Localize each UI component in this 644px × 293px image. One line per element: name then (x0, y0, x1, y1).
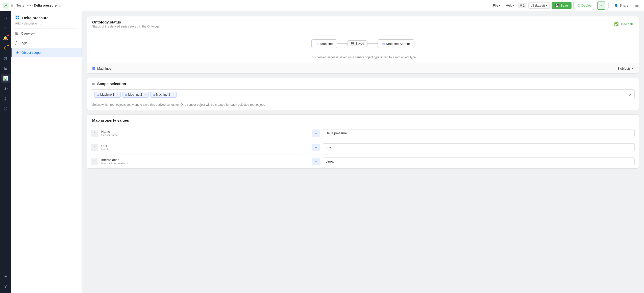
notification-badge (7, 34, 9, 36)
sidebar-item-analytics[interactable]: 📊 (1, 74, 10, 83)
flow-saved-badge: 💾 Saved (347, 40, 367, 47)
map-row-interpolation-arrow: → (312, 158, 320, 165)
nav-label-object-scope: Object scope (21, 51, 41, 55)
machines-label: Machines (97, 67, 111, 70)
save-label: Save (560, 4, 568, 7)
map-row-name-arrow: → (312, 129, 320, 137)
info-icon-interpolation[interactable]: ℹ (127, 162, 128, 165)
save-button[interactable]: 💾 Save (552, 2, 572, 9)
map-property-card: Map property values " Name Sensor name ℹ… (87, 114, 639, 169)
sidebar-item-discover[interactable]: ◎ (1, 94, 10, 103)
quote-icon-name: " (94, 132, 95, 135)
machine-node-label: Machine (320, 42, 333, 46)
deploy-button[interactable]: ⬡ Deploy (574, 2, 595, 9)
nav-item-logic[interactable]: ⨍ Logic (11, 38, 82, 48)
name-input[interactable] (323, 129, 635, 137)
left-panel-description[interactable]: Add a description... (11, 21, 82, 28)
left-panel-title-text: Delta pressure (22, 16, 48, 20)
sidebar-item-help[interactable]: ? (1, 282, 10, 291)
sidebar-item-pipeline[interactable]: ≫ (1, 84, 10, 93)
svg-rect-0 (16, 16, 17, 17)
user-icon: 👤 (614, 4, 618, 7)
scope-tag-machine2: ⊞ Machine 2 ✕ (122, 92, 148, 98)
discover-icon: ◎ (4, 96, 7, 101)
sidebar-item-search[interactable]: ⌕ (1, 23, 10, 32)
package-icon: ⬡ (4, 106, 7, 111)
pipeline-icon: ≫ (4, 86, 8, 91)
map-row-name-value (323, 129, 635, 137)
info-icon-name[interactable]: ℹ (118, 134, 119, 137)
arrow-icon-unit: → (314, 145, 318, 149)
map-row-interpolation-icon: " (91, 158, 98, 165)
breadcrumb-tests[interactable]: Tests (16, 4, 24, 7)
map-row-name-sub: Sensor name ℹ (101, 134, 309, 137)
breadcrumb-more[interactable]: ••• (27, 4, 31, 7)
deploy-label: Deploy (581, 4, 591, 7)
info-icon-unit[interactable]: ℹ (107, 148, 108, 151)
flow-line-left (337, 43, 347, 44)
machines-row[interactable]: ⊞ Machines 3 objects ▾ (87, 63, 639, 73)
ontology-header: Ontology status Status of the derived se… (87, 16, 639, 32)
map-row-unit-arrow: → (312, 144, 320, 151)
status-check-icon: ✅ (614, 22, 618, 26)
scope-tag-machine1: ⊞ Machine 1 ✕ (94, 92, 121, 98)
file-menu[interactable]: File ▾ (491, 3, 502, 8)
favorite-icon[interactable]: ☆ (59, 4, 62, 8)
version-dropdown[interactable]: v3 (latest) ▾ (528, 2, 550, 9)
quote-icon-interp: " (94, 160, 95, 163)
help-chevron: ▾ (513, 4, 514, 7)
flow-diagram: ⊞ Machine 💾 Saved ⊞ Machine Sensor (87, 32, 639, 56)
machines-count: 3 objects (617, 67, 631, 70)
sidebar-item-notifications[interactable]: 🔔 (1, 33, 10, 42)
activity-icon: ⬡ (4, 46, 7, 50)
version-chevron: ▾ (546, 4, 547, 7)
file-chevron: ▾ (499, 4, 500, 7)
flow-machine-node[interactable]: ⊞ Machine (311, 39, 337, 48)
help-menu[interactable]: Help ▾ (504, 3, 517, 8)
scope-title: Scope selection (97, 82, 126, 86)
sidebar-item-layers[interactable]: ⊟ (1, 64, 10, 73)
topbar-left: ⊞ › Tests › ••• › Delta pressure ☆ File … (3, 3, 526, 9)
tag-icon-1: ⊞ (97, 93, 99, 96)
sidebar-item-history[interactable]: ◷ (1, 54, 10, 63)
sidebar-item-integrations[interactable]: ✦ (1, 272, 10, 281)
sidebar-item-home[interactable]: ⌂ (1, 13, 10, 22)
map-row-name-label: Name Sensor name ℹ (101, 130, 309, 137)
saved-label: Saved (356, 42, 364, 45)
tag-close-3[interactable]: ✕ (172, 93, 174, 96)
tag-label-2: Machine 2 (128, 93, 142, 96)
scope-clear-button[interactable]: ✕ (629, 93, 632, 97)
breadcrumb: ⊞ › Tests › ••• › Delta pressure ☆ (11, 4, 62, 8)
scope-tag-machine3: ⊞ Machine 3 ✕ (150, 92, 177, 98)
app-icon (3, 3, 9, 9)
unit-input[interactable] (323, 143, 635, 151)
map-row-unit-label: Unit Unit ℹ (101, 144, 309, 151)
breadcrumb-sep2: › (25, 4, 26, 7)
object-scope-icon: ◈ (16, 50, 19, 55)
ontology-title: Ontology status (92, 20, 159, 24)
share-button[interactable]: 👤 Share (612, 2, 631, 9)
map-row-interpolation-label: Interpolation Internal interpolation ℹ (101, 158, 309, 165)
num-badge[interactable]: ⊞ 1 (518, 3, 526, 8)
map-row-unit-title: Unit (101, 144, 309, 148)
sidebar-item-package[interactable]: ⬡ (1, 104, 10, 113)
scope-tags-container[interactable]: ⊞ Machine 1 ✕ ⊞ Machine 2 ✕ ⊞ Machine 3 … (91, 89, 635, 100)
machines-right[interactable]: 3 objects ▾ (617, 67, 634, 70)
deploy-icon: ⬡ (577, 4, 580, 7)
overview-icon: ⊞ (15, 31, 18, 36)
nav-item-overview[interactable]: ⊞ Overview (11, 29, 82, 38)
sidebar-item-activity[interactable]: ⬡ (1, 43, 10, 52)
check-button[interactable]: ✓ (597, 2, 605, 10)
logic-icon: ⨍ (15, 41, 17, 45)
tag-close-2[interactable]: ✕ (144, 93, 146, 96)
interpolation-input[interactable] (323, 157, 635, 165)
nav-item-object-scope[interactable]: ◈ Object scope (11, 48, 82, 57)
map-row-name: " Name Sensor name ℹ → (87, 126, 639, 140)
menu-lines-button[interactable]: ☰ (633, 2, 641, 10)
breadcrumb-root-icon: ⊞ (11, 4, 13, 7)
flow-sensor-node[interactable]: ⊞ Machine Sensor (378, 39, 414, 48)
nav-label-logic: Logic (20, 41, 28, 45)
machine-node-icon: ⊞ (316, 42, 319, 46)
map-row-name-icon: " (91, 130, 98, 137)
tag-close-1[interactable]: ✕ (116, 93, 118, 96)
